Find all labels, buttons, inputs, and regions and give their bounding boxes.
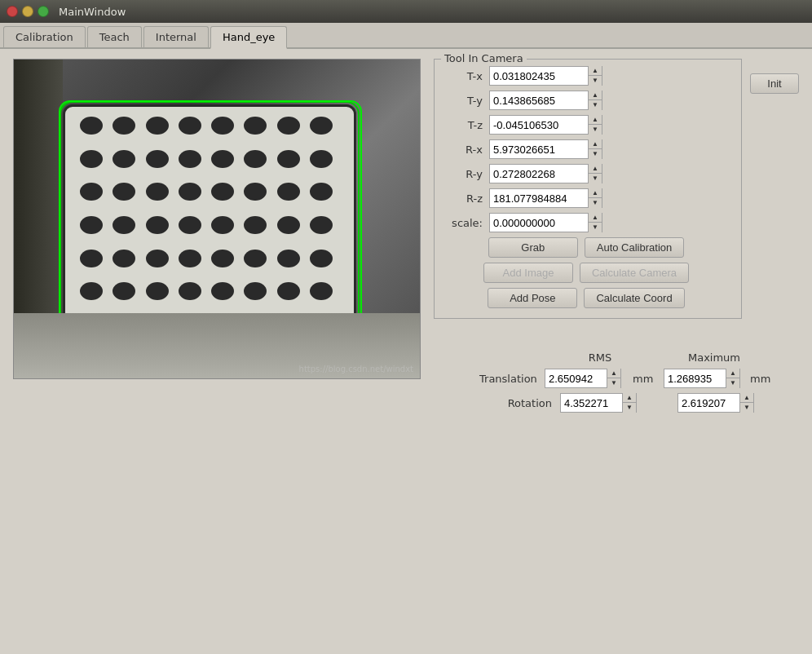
main-window: Calibration Teach Internal Hand_eye [0,23,812,654]
spin-trans-rms-up[interactable]: ▲ [607,369,620,378]
spin-tx-up[interactable]: ▲ [589,66,602,76]
rotation-row: Rotation ▲ ▼ ▲ ▼ [495,393,754,413]
tool-in-camera-group: Tool In Camera T-x ▲ ▼ [434,59,742,319]
spin-rot-max-up[interactable]: ▲ [740,393,753,403]
dot [80,250,103,267]
spin-rx-up[interactable]: ▲ [589,139,602,149]
auto-calibration-button[interactable]: Auto Calibration [585,237,685,258]
watermark: https://blog.csdn.net/windxt [299,365,413,373]
spin-tz-up[interactable]: ▲ [589,115,602,125]
input-rx-field[interactable] [490,140,588,158]
input-ry[interactable]: ▲ ▼ [489,164,602,183]
input-tx-field[interactable] [490,67,588,85]
dot [277,216,300,234]
dot [80,150,103,168]
input-ty-field[interactable] [490,91,588,109]
dot [211,117,234,135]
spin-ry-down[interactable]: ▼ [589,174,602,183]
button-row-1: Grab Auto Calibration [444,237,728,258]
calibration-board [63,104,356,325]
spin-trans-max-down[interactable]: ▼ [726,378,739,388]
input-ty[interactable]: ▲ ▼ [489,91,602,110]
spin-ry-up[interactable]: ▲ [589,164,602,174]
maximize-button[interactable] [38,6,49,17]
grab-button[interactable]: Grab [488,237,578,258]
spin-rz-up[interactable]: ▲ [589,188,602,198]
spin-trans-max: ▲ ▼ [726,369,739,388]
spin-ty-up[interactable]: ▲ [589,91,602,100]
dot [113,117,135,135]
rotation-max-input[interactable]: ▲ ▼ [677,393,754,413]
spin-rot-rms-up[interactable]: ▲ [623,393,636,403]
rotation-max-field[interactable] [678,394,739,412]
init-button[interactable]: Init [750,73,799,94]
spin-ty: ▲ ▼ [588,91,602,110]
spin-rz-down[interactable]: ▼ [589,198,602,208]
dot [179,216,201,234]
dot [277,117,300,135]
spin-trans-max-up[interactable]: ▲ [726,369,739,378]
spin-rx: ▲ ▼ [588,139,602,159]
dot [146,250,169,267]
mm-label-1: mm [633,373,652,385]
dot [146,282,169,300]
spin-rot-max-down[interactable]: ▼ [740,403,753,413]
dot [244,150,267,168]
dot [277,250,300,267]
spin-tx-down[interactable]: ▼ [589,76,602,86]
spin-scale-down[interactable]: ▼ [589,223,602,232]
input-scale-field[interactable] [490,214,588,232]
translation-rms-field[interactable] [545,369,607,387]
camera-image: https://blog.csdn.net/windxt [13,59,421,379]
add-image-button[interactable]: Add Image [483,263,573,283]
dot [244,282,267,300]
input-tz[interactable]: ▲ ▼ [489,115,602,135]
titlebar: MainWindow [0,0,812,23]
dot [244,183,267,201]
label-scale: scale: [444,217,489,229]
rotation-rms-input[interactable]: ▲ ▼ [560,393,637,413]
input-scale[interactable]: ▲ ▼ [489,213,602,232]
spin-rx-down[interactable]: ▼ [589,149,602,159]
add-pose-button[interactable]: Add Pose [488,288,577,308]
input-rx[interactable]: ▲ ▼ [489,139,602,159]
right-panel-top: Tool In Camera T-x ▲ ▼ [434,59,799,319]
spin-trans-rms-down[interactable]: ▼ [607,378,620,388]
spin-ry: ▲ ▼ [588,164,602,183]
input-tz-field[interactable] [490,116,588,134]
input-ry-field[interactable] [490,165,588,183]
input-rz-field[interactable] [490,189,588,207]
param-row-tz: T-z ▲ ▼ [444,115,728,135]
param-row-scale: scale: ▲ ▼ [444,213,728,232]
spin-rot-rms-down[interactable]: ▼ [623,403,636,413]
tab-calibration[interactable]: Calibration [3,26,86,47]
button-row-3: Add Pose Calculate Coord [444,288,728,308]
group-title: Tool In Camera [441,52,527,64]
dot [179,117,201,135]
minimize-button[interactable] [22,6,33,17]
calculate-coord-button[interactable]: Calculate Coord [584,288,684,308]
tab-teach[interactable]: Teach [87,26,142,47]
spin-scale-up[interactable]: ▲ [589,213,602,223]
dot [211,216,234,234]
tab-internal[interactable]: Internal [143,26,209,47]
translation-max-input[interactable]: ▲ ▼ [664,369,740,388]
translation-rms-input[interactable]: ▲ ▼ [545,369,621,388]
spin-ty-down[interactable]: ▼ [589,100,602,110]
translation-max-field[interactable] [664,369,726,387]
dot [113,282,135,300]
param-row-rx: R-x ▲ ▼ [444,139,728,159]
dot [244,216,267,234]
translation-row: Translation ▲ ▼ mm ▲ ▼ [479,369,770,388]
calculate-camera-button[interactable]: Calculate Camera [580,263,689,283]
dot [146,216,169,234]
rotation-rms-field[interactable] [561,394,622,412]
dot [146,183,169,201]
dot [244,250,267,267]
input-rz[interactable]: ▲ ▼ [489,188,602,208]
tab-hand-eye[interactable]: Hand_eye [210,26,287,49]
spin-tz-down[interactable]: ▼ [589,125,602,135]
input-tx[interactable]: ▲ ▼ [489,66,602,86]
dot [113,250,135,267]
close-button[interactable] [7,6,18,17]
